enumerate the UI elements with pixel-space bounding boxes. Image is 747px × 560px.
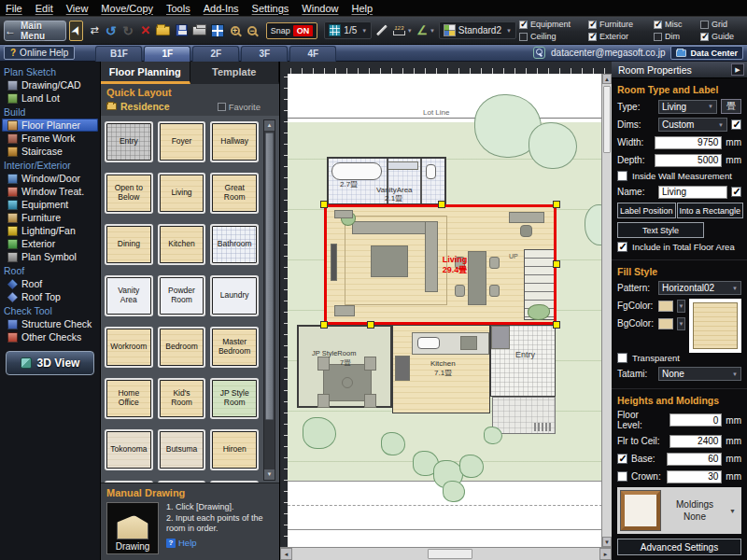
sidebar-item-roof-top[interactable]: Roof Top	[2, 290, 98, 303]
menu-add-ins[interactable]: Add-Ins	[204, 3, 239, 14]
room-type-dropdown[interactable]: Living	[658, 100, 717, 114]
layer-checkbox[interactable]: Misc	[654, 19, 697, 31]
bg-color-dropdown[interactable]: ▼	[677, 317, 685, 330]
sidebar-item-roof[interactable]: Roof	[2, 277, 98, 290]
pen-tool-button[interactable]	[374, 21, 389, 41]
style-dropdown[interactable]: Standard2 ▼	[439, 21, 516, 39]
panel-scrollbar[interactable]: ▲ ▼	[263, 119, 275, 481]
view-3d-button[interactable]: 3D View	[6, 351, 94, 375]
menu-move-copy[interactable]: Move/Copy	[101, 3, 153, 14]
into-rectangle-button[interactable]: Into a Rectangle	[677, 203, 744, 218]
label-position-button[interactable]: Label Position	[617, 203, 676, 218]
collapse-panel-button[interactable]: ▶	[731, 63, 744, 76]
room-button[interactable]: Open to Below	[106, 175, 151, 212]
cushion[interactable]	[364, 394, 376, 408]
favorite-checkbox[interactable]: Favorite	[218, 102, 274, 112]
layer-checkbox[interactable]: Grid	[700, 19, 741, 31]
room-button[interactable]: Dining	[106, 226, 151, 263]
sidebar-item-other-checks[interactable]: Other Checks	[2, 330, 98, 343]
floor-level-input[interactable]: 0	[669, 413, 722, 427]
menu-help[interactable]: Help	[351, 3, 373, 14]
room-button[interactable]: Entry	[106, 123, 151, 161]
layer-checkbox[interactable]: Guide	[700, 31, 741, 43]
fg-color-swatch[interactable]	[658, 301, 673, 312]
scroll-left-icon[interactable]: ◄	[280, 548, 292, 560]
room-button[interactable]: Kitchen	[160, 226, 204, 263]
cabinet[interactable]	[334, 210, 353, 218]
menu-view[interactable]: View	[66, 3, 89, 14]
menu-window[interactable]: Window	[302, 3, 338, 14]
sidebar-item-window-door[interactable]: Window/Door	[2, 172, 98, 185]
delete-button[interactable]: ✕	[138, 21, 153, 41]
zoom-out-button[interactable]: −	[245, 21, 260, 41]
help-link[interactable]: ? Help	[166, 538, 274, 549]
undo-button[interactable]: ↺	[104, 21, 119, 41]
floor-tab[interactable]: 3F	[241, 46, 288, 62]
room-button[interactable]: Bedroom	[160, 329, 204, 366]
grid-scale-dropdown[interactable]: 1/5 ▼	[324, 21, 372, 39]
menu-file[interactable]: File	[6, 3, 22, 14]
cushion[interactable]	[317, 394, 330, 408]
sidebar-item-furniture[interactable]: Furniture	[2, 211, 98, 224]
text-style-button[interactable]: Text Style	[617, 222, 704, 238]
scrollbar-thumb[interactable]	[265, 133, 274, 420]
layer-checkbox[interactable]: Furniture	[588, 19, 650, 31]
selection-handle[interactable]	[320, 321, 328, 329]
zoom-in-button[interactable]: +	[228, 21, 243, 41]
tab-floor-planning[interactable]: Floor Planning	[101, 62, 190, 84]
floor-plan-canvas[interactable]: Lot Line 2.7畳 Vanit	[280, 62, 612, 560]
scroll-down-icon[interactable]: ▼	[602, 537, 612, 547]
refrigerator[interactable]	[395, 356, 410, 381]
canvas-vertical-scrollbar[interactable]: ▲ ▼	[601, 74, 612, 547]
room-button[interactable]: Butsuma	[160, 431, 204, 469]
scroll-right-icon[interactable]: ►	[599, 548, 612, 560]
crown-checkbox[interactable]	[617, 471, 627, 482]
room-button[interactable]: Powder Room	[160, 277, 204, 315]
selection-handle[interactable]	[438, 201, 445, 208]
open-button[interactable]	[155, 21, 171, 41]
sidebar-item-frame-work[interactable]: Frame Work	[2, 132, 98, 145]
room-button[interactable]: Great Room	[212, 175, 257, 212]
scrollbar-thumb[interactable]	[603, 86, 611, 153]
base-checkbox[interactable]	[617, 454, 627, 464]
coffee-table[interactable]	[371, 245, 408, 277]
living-room[interactable]: UP Living 29.4畳	[325, 205, 556, 324]
online-help-button[interactable]: ? Online Help	[4, 46, 75, 60]
fit-view-button[interactable]	[210, 21, 225, 41]
include-floor-area-checkbox[interactable]: Include in Total Floor Area	[617, 242, 741, 252]
sidebar-item-structure-check[interactable]: Structure Check	[2, 317, 98, 330]
selection-handle[interactable]	[553, 201, 560, 208]
snap-toggle[interactable]: Snap ON	[266, 22, 318, 39]
chair[interactable]	[489, 257, 500, 269]
room-button[interactable]: Hallway	[212, 123, 257, 161]
desk[interactable]	[509, 212, 544, 223]
layer-checkbox[interactable]: Exterior	[588, 31, 650, 43]
floor-tab[interactable]: 1F	[144, 46, 190, 62]
drawing-paper[interactable]: Lot Line 2.7畳 Vanit	[288, 74, 602, 547]
fg-color-dropdown[interactable]: ▼	[677, 300, 685, 313]
room-button[interactable]: JP Style Room	[212, 380, 257, 417]
sidebar-item-window-treat[interactable]: Window Treat.	[2, 185, 98, 198]
floor-to-ceiling-input[interactable]: 2400	[669, 435, 722, 448]
angle-tool-button[interactable]: ∠ ▼	[416, 21, 436, 41]
tatami-dropdown[interactable]: None	[658, 367, 741, 381]
print-button[interactable]	[191, 21, 207, 41]
save-button[interactable]	[174, 21, 189, 41]
data-center-button[interactable]: Data Center	[670, 46, 743, 60]
entry-room[interactable]: Entry	[490, 325, 556, 397]
floor-tab[interactable]: B1F	[95, 46, 142, 62]
tv[interactable]	[331, 244, 337, 281]
cushion[interactable]	[317, 357, 330, 371]
room-button[interactable]: Home Office	[106, 380, 151, 417]
transparent-checkbox[interactable]: Transparent	[617, 353, 741, 363]
floor-tab[interactable]: 4F	[289, 46, 336, 62]
layer-checkbox[interactable]: Dim	[654, 31, 697, 43]
move-tool-button[interactable]: ⇄	[86, 21, 101, 41]
redo-button[interactable]: ↻	[120, 21, 135, 41]
room-button[interactable]: Bathroom	[212, 226, 257, 263]
depth-input[interactable]: 5000	[655, 154, 722, 167]
dims-checkbox[interactable]	[731, 119, 741, 130]
room-button[interactable]: Master Bedroom	[212, 329, 257, 366]
menu-tools[interactable]: Tools	[166, 3, 190, 14]
sidebar-item-equipment[interactable]: Equipment	[2, 198, 98, 211]
